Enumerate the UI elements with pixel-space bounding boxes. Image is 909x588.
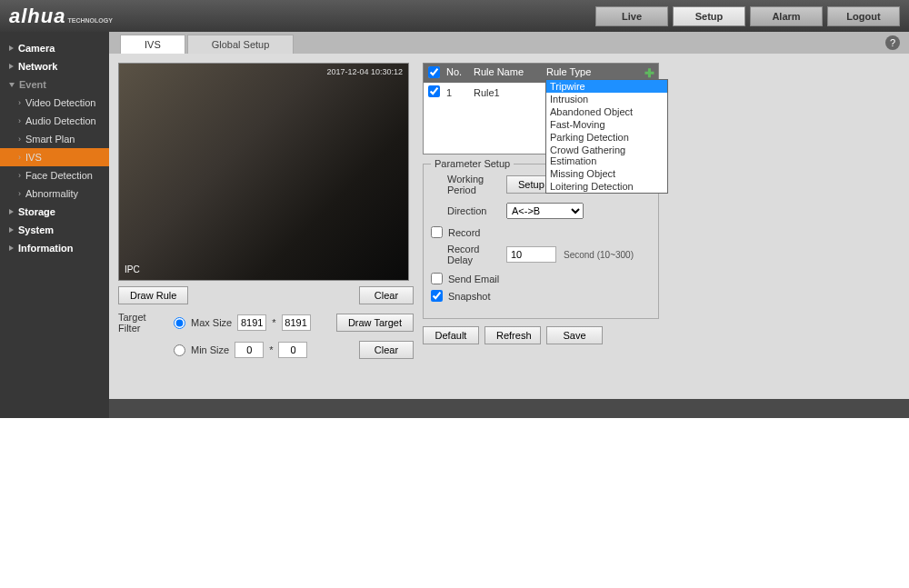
option-intrusion[interactable]: Intrusion — [546, 93, 667, 105]
setup-button[interactable]: Setup — [673, 6, 745, 26]
option-crowd[interactable]: Crowd Gathering Estimation — [546, 144, 667, 167]
record-delay-input[interactable] — [506, 246, 556, 263]
option-fast-moving[interactable]: Fast-Moving — [546, 118, 667, 131]
nav-video-detection[interactable]: ›Video Detection — [0, 94, 109, 112]
rule-type-dropdown[interactable]: Tripwire Intrusion Abandoned Object Fast… — [545, 79, 668, 194]
logout-button[interactable]: Logout — [827, 6, 900, 26]
clear-target-button[interactable]: Clear — [359, 341, 414, 359]
draw-rule-button[interactable]: Draw Rule — [118, 286, 188, 304]
nav-smart-plan[interactable]: ›Smart Plan — [0, 130, 109, 148]
record-checkbox[interactable] — [431, 226, 443, 238]
option-missing[interactable]: Missing Object — [546, 167, 667, 180]
col-name-header: Rule Name — [474, 66, 546, 80]
clear-rule-button[interactable]: Clear — [359, 286, 414, 304]
param-legend: Parameter Setup — [431, 158, 514, 169]
draw-target-button[interactable]: Draw Target — [336, 314, 414, 332]
nav-audio-detection[interactable]: ›Audio Detection — [0, 112, 109, 130]
video-preview: 2017-12-04 10:30:12 IPC — [118, 63, 409, 281]
rule-no: 1 — [446, 87, 474, 98]
max-size-radio[interactable] — [174, 317, 185, 329]
col-no-header: No. — [446, 66, 474, 80]
option-parking[interactable]: Parking Detection — [546, 131, 667, 144]
alarm-button[interactable]: Alarm — [750, 6, 823, 26]
max-width-input[interactable] — [237, 314, 266, 331]
size-sep: * — [272, 317, 275, 328]
save-button[interactable]: Save — [546, 326, 603, 344]
sidebar: Camera Network Event ›Video Detection ›A… — [0, 32, 109, 418]
max-size-label: Max Size — [191, 317, 232, 328]
nav-network[interactable]: Network — [0, 57, 109, 75]
snapshot-checkbox[interactable] — [431, 290, 443, 302]
min-width-input[interactable] — [235, 342, 264, 358]
rule-name: Rule1 — [474, 87, 546, 98]
nav-ivs[interactable]: ›IVS — [0, 148, 109, 166]
default-button[interactable]: Default — [423, 326, 479, 344]
snapshot-label: Snapshot — [448, 291, 490, 302]
nav-system[interactable]: System — [0, 221, 109, 239]
nav-face-detection[interactable]: ›Face Detection — [0, 166, 109, 184]
option-loitering[interactable]: Loitering Detection — [546, 180, 667, 193]
max-height-input[interactable] — [282, 314, 311, 331]
size-sep: * — [269, 344, 273, 355]
record-label: Record — [448, 227, 480, 238]
col-type-header: Rule Type — [546, 66, 654, 80]
nav-storage[interactable]: Storage — [0, 203, 109, 221]
working-period-label: Working Period — [431, 174, 499, 195]
send-email-checkbox[interactable] — [431, 273, 443, 284]
record-delay-label: Record Delay — [431, 244, 499, 265]
refresh-button[interactable]: Refresh — [484, 326, 541, 344]
preview-label: IPC — [125, 264, 140, 274]
add-rule-icon[interactable]: ✚ — [644, 66, 654, 80]
preview-timestamp: 2017-12-04 10:30:12 — [326, 67, 403, 76]
min-size-radio[interactable] — [174, 344, 185, 356]
live-button[interactable]: Live — [595, 6, 668, 26]
send-email-label: Send Email — [448, 274, 499, 284]
tab-ivs[interactable]: IVS — [120, 35, 185, 54]
nav-information[interactable]: Information — [0, 239, 109, 257]
min-height-input[interactable] — [278, 342, 307, 358]
record-delay-hint: Second (10~300) — [564, 250, 634, 260]
select-all-checkbox[interactable] — [428, 66, 440, 78]
help-icon[interactable]: ? — [885, 35, 900, 50]
min-size-label: Min Size — [191, 344, 229, 355]
target-filter-label: Target Filter — [118, 312, 168, 334]
nav-camera[interactable]: Camera — [0, 39, 109, 57]
tab-global-setup[interactable]: Global Setup — [187, 35, 295, 54]
rule-checkbox[interactable] — [428, 85, 440, 97]
option-tripwire[interactable]: Tripwire — [546, 80, 667, 93]
brand-logo: alhuaTECHNOLOGY — [9, 5, 113, 28]
nav-abnormality[interactable]: ›Abnormality — [0, 184, 109, 203]
option-abandoned[interactable]: Abandoned Object — [546, 105, 667, 118]
nav-event[interactable]: Event — [0, 75, 109, 94]
direction-label: Direction — [431, 205, 499, 216]
direction-select[interactable]: A<->B — [506, 203, 584, 219]
